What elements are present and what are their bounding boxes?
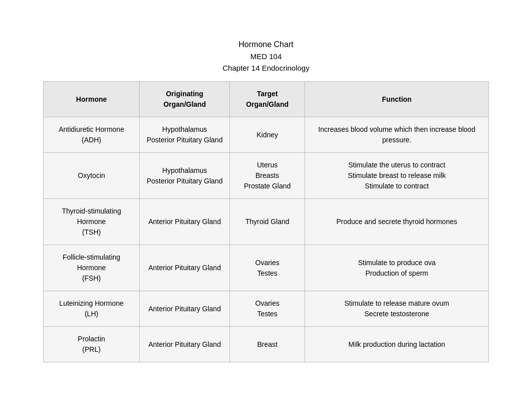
page-container: Hormone Chart MED 104 Chapter 14 Endocri… bbox=[0, 0, 532, 412]
table-row: Antidiuretic Hormone(ADH)HypothalamusPos… bbox=[44, 117, 489, 153]
cell-function: Milk production during lactation bbox=[305, 327, 489, 362]
column-header-hormone: Hormone bbox=[44, 82, 140, 117]
cell-target: UterusBreastsProstate Gland bbox=[230, 153, 305, 199]
table-row: Thyroid-stimulating Hormone(TSH)Anterior… bbox=[44, 199, 489, 245]
column-header-function: Function bbox=[305, 82, 489, 117]
table-row: Luteinizing Hormone(LH)Anterior Pituitar… bbox=[44, 291, 489, 327]
cell-target: OvariesTestes bbox=[230, 245, 305, 291]
cell-function: Stimulate to release mature ovumSecrete … bbox=[305, 291, 489, 327]
page-chapter: Chapter 14 Endocrinology bbox=[222, 64, 309, 72]
cell-hormone: Follicle-stimulating Hormone(FSH) bbox=[44, 245, 140, 291]
cell-target: Kidney bbox=[230, 117, 305, 153]
cell-originating: Anterior Pituitary Gland bbox=[140, 291, 230, 327]
cell-originating: HypothalamusPosterior Pituitary Gland bbox=[140, 117, 230, 153]
cell-function: Increases blood volume which then increa… bbox=[305, 117, 489, 153]
cell-hormone: Prolactin(PRL) bbox=[44, 327, 140, 362]
cell-originating: Anterior Pituitary Gland bbox=[140, 245, 230, 291]
cell-target: Breast bbox=[230, 327, 305, 362]
page-title: Hormone Chart bbox=[238, 40, 293, 49]
page-subtitle: MED 104 bbox=[250, 52, 282, 61]
table-row: OxytocinHypothalamusPosterior Pituitary … bbox=[44, 153, 489, 199]
cell-hormone: Luteinizing Hormone(LH) bbox=[44, 291, 140, 327]
cell-hormone: Oxytocin bbox=[44, 153, 140, 199]
hormone-table: HormoneOriginating Organ/GlandTarget Org… bbox=[43, 81, 489, 362]
table-row: Prolactin(PRL)Anterior Pituitary GlandBr… bbox=[44, 327, 489, 362]
cell-originating: HypothalamusPosterior Pituitary Gland bbox=[140, 153, 230, 199]
cell-function: Stimulate to produce ovaProduction of sp… bbox=[305, 245, 489, 291]
cell-function: Produce and secrete thyroid hormones bbox=[305, 199, 489, 245]
cell-hormone: Antidiuretic Hormone(ADH) bbox=[44, 117, 140, 153]
cell-originating: Anterior Pituitary Gland bbox=[140, 199, 230, 245]
cell-target: Thyroid Gland bbox=[230, 199, 305, 245]
cell-hormone: Thyroid-stimulating Hormone(TSH) bbox=[44, 199, 140, 245]
table-row: Follicle-stimulating Hormone(FSH)Anterio… bbox=[44, 245, 489, 291]
cell-target: OvariesTestes bbox=[230, 291, 305, 327]
column-header-originating: Originating Organ/Gland bbox=[140, 82, 230, 117]
cell-originating: Anterior Pituitary Gland bbox=[140, 327, 230, 362]
cell-function: Stimulate the uterus to contractStimulat… bbox=[305, 153, 489, 199]
column-header-target: Target Organ/Gland bbox=[230, 82, 305, 117]
